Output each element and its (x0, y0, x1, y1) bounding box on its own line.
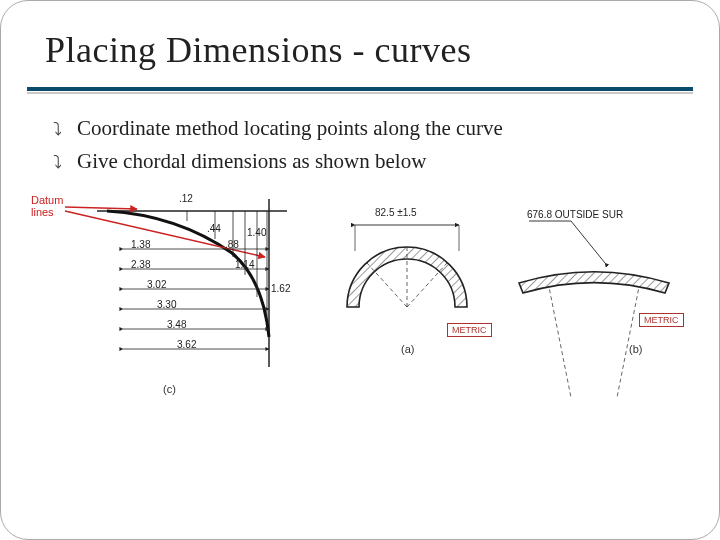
figure-c-caption: (c) (163, 383, 176, 395)
svg-line-25 (549, 287, 594, 397)
figure-ab-svg (309, 187, 689, 397)
svg-line-2 (65, 207, 137, 209)
dim-y: 1.14 (235, 259, 254, 270)
bullet-icon: ⤵ (53, 149, 71, 177)
dim-radius-b: 676.8 OUTSIDE SUR (527, 209, 623, 220)
dim-x: 3.62 (177, 339, 196, 350)
dim-x: 3.48 (167, 319, 186, 330)
svg-line-18 (367, 263, 407, 307)
bullet-text: Give chordal dimensions as shown below (77, 145, 426, 178)
dim-x: 3.30 (157, 299, 176, 310)
dim-x: 3.02 (147, 279, 166, 290)
bullet-item: ⤵ Coordinate method locating points alon… (53, 112, 683, 145)
figure-c: Datum lines .12 .44 .88 1.14 1.40 1.62 1… (27, 187, 307, 407)
dim-x: 1.38 (131, 239, 150, 250)
figure-row: Datum lines .12 .44 .88 1.14 1.40 1.62 1… (27, 183, 693, 407)
dim-y: .12 (179, 193, 193, 204)
datum-label: Datum lines (31, 195, 63, 218)
figure-b-caption: (b) (629, 343, 642, 355)
slide-frame: Placing Dimensions - curves ⤵ Coordinate… (0, 0, 720, 540)
figure-a-caption: (a) (401, 343, 414, 355)
bullet-text: Coordinate method locating points along … (77, 112, 503, 145)
bullet-list: ⤵ Coordinate method locating points alon… (27, 94, 693, 183)
bullet-item: ⤵ Give chordal dimensions as shown below (53, 145, 683, 178)
metric-badge: METRIC (447, 323, 492, 337)
metric-badge: METRIC (639, 313, 684, 327)
svg-line-26 (594, 287, 639, 397)
dim-chord-a: 82.5 ±1.5 (375, 207, 417, 218)
bullet-icon: ⤵ (53, 116, 71, 144)
dim-y: .44 (207, 223, 221, 234)
slide-title: Placing Dimensions - curves (27, 23, 693, 81)
svg-line-19 (407, 263, 447, 307)
svg-line-23 (571, 221, 605, 263)
dim-y: .88 (225, 239, 239, 250)
dim-y: 1.62 (271, 283, 290, 294)
dim-y: 1.40 (247, 227, 266, 238)
figure-c-svg (27, 187, 307, 407)
svg-line-3 (65, 211, 265, 257)
figure-ab: 82.5 ±1.5 (a) METRIC 676.8 OUTSIDE SUR (… (309, 187, 689, 397)
divider-dark (27, 87, 693, 91)
dim-x: 2.38 (131, 259, 150, 270)
